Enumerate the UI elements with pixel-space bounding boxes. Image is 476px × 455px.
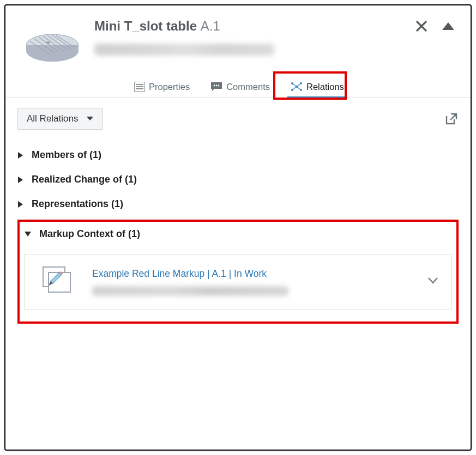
- section-count: 1: [115, 198, 120, 209]
- svg-line-22: [292, 83, 297, 87]
- markup-item-thumbnail: [33, 262, 82, 301]
- chevron-down-icon: [427, 277, 438, 284]
- section-label: Realized Change of: [32, 174, 122, 185]
- svg-line-23: [297, 83, 301, 87]
- tab-comments[interactable]: Comments: [207, 76, 273, 98]
- relations-icon: [291, 81, 303, 92]
- filter-label: All Relations: [27, 113, 79, 124]
- section-markup-context-of[interactable]: Markup Context of (1): [24, 226, 452, 246]
- expand-item-button[interactable]: [423, 272, 443, 291]
- svg-point-15: [216, 85, 218, 87]
- section-count: 1: [128, 174, 134, 185]
- section-count: 1: [93, 149, 98, 160]
- chevron-right-icon: [17, 176, 24, 184]
- title-area: Mini T_slot table A.1: [94, 16, 455, 56]
- properties-icon: [134, 82, 145, 92]
- panel-header: Mini T_slot table A.1: [5, 5, 471, 79]
- panel-body: All Relations Members of (1) Realized Ch…: [5, 98, 471, 450]
- svg-point-9: [46, 41, 50, 44]
- section-label: Representations: [32, 198, 109, 209]
- section-representations[interactable]: Representations (1): [17, 192, 459, 216]
- part-thumbnail: [21, 21, 83, 72]
- section-realized-change-of[interactable]: Realized Change of (1): [17, 167, 459, 192]
- section-members-of[interactable]: Members of (1): [17, 143, 459, 167]
- chevron-down-icon: [24, 231, 32, 238]
- tab-label: Comments: [226, 82, 270, 92]
- markup-item-title[interactable]: Example Red Line Markup | A.1 | In Work: [92, 268, 413, 280]
- tab-label: Relations: [306, 82, 344, 92]
- svg-point-14: [214, 85, 215, 87]
- annotation-highlight-section: Markup Context of (1) Example: [17, 220, 459, 324]
- markup-item-info: Example Red Line Markup | A.1 | In Work: [92, 268, 413, 296]
- comments-icon: [210, 82, 222, 92]
- header-controls: [415, 20, 455, 33]
- details-panel: Mini T_slot table A.1 Properties: [4, 4, 472, 451]
- collapse-up-icon[interactable]: [441, 20, 455, 32]
- tab-relations[interactable]: Relations: [287, 76, 347, 98]
- section-label: Members of: [32, 149, 87, 160]
- tab-bar: Properties Comments Rel: [5, 76, 471, 98]
- close-icon[interactable]: [415, 20, 428, 33]
- svg-line-25: [297, 87, 301, 90]
- chevron-right-icon: [17, 151, 24, 159]
- part-revision: A.1: [201, 19, 220, 33]
- open-external-icon[interactable]: [444, 112, 459, 126]
- filter-row: All Relations: [17, 108, 459, 130]
- tab-label: Properties: [149, 82, 190, 92]
- svg-point-16: [218, 85, 220, 87]
- section-label: Markup Context of: [39, 228, 125, 239]
- svg-line-24: [292, 87, 297, 90]
- part-name: Mini T_slot table: [94, 19, 197, 33]
- markup-item-subtitle-redacted: [92, 286, 288, 296]
- chevron-right-icon: [17, 201, 24, 208]
- page-title: Mini T_slot table A.1: [94, 19, 455, 34]
- caret-down-icon: [86, 116, 94, 122]
- subtitle-redacted: [94, 44, 274, 56]
- section-count: 1: [131, 228, 137, 239]
- markup-item-card[interactable]: Example Red Line Markup | A.1 | In Work: [24, 254, 452, 310]
- relations-filter-dropdown[interactable]: All Relations: [17, 108, 103, 130]
- tab-properties[interactable]: Properties: [131, 76, 193, 98]
